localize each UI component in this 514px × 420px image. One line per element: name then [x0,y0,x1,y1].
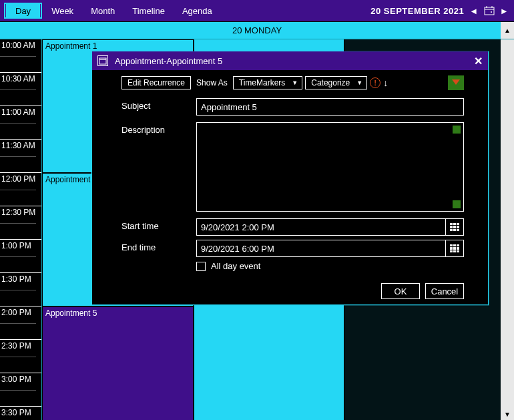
calendar-icon[interactable] [484,5,495,16]
subject-input[interactable] [196,98,464,116]
time-label: 11:30 AM [1,141,35,150]
date-navigator: 20 SEPTEMBER 2021 ◄ ► [370,5,509,16]
grid-icon [450,244,459,252]
day-header-row: 20 MONDAY ▲ [0,21,514,39]
grid-icon [450,223,459,231]
dialog-footer: OK Cancel [381,283,464,299]
dialog-titlebar[interactable]: Appointment-Appointment 5 ✕ [92,51,488,70]
time-column: 10:00 AM 10:30 AM 11:00 AM 11:30 AM 12:0… [0,39,42,420]
ok-button[interactable]: OK [381,283,420,299]
scroll-down-button[interactable]: ▼ [501,408,514,420]
start-time-picker-button[interactable] [445,218,464,236]
dialog-toolbar: Edit Recurrence Show As TimeMarkers ▼ Ca… [92,70,488,94]
all-day-label: All day event [211,261,260,271]
time-label: 3:00 PM [1,375,31,384]
time-label: 3:30 PM [1,408,31,417]
time-label: 10:30 AM [1,74,35,83]
svg-point-4 [491,11,492,13]
time-markers-label: TimeMarkers [239,78,286,87]
end-time-input[interactable] [196,240,445,257]
close-icon[interactable]: ✕ [474,55,483,67]
start-time-label: Start time [121,218,196,231]
importance-icon[interactable]: ! [370,77,380,88]
next-arrow-icon[interactable]: ► [500,6,509,16]
view-tab-agenda[interactable]: Agenda [174,4,220,18]
scroll-up-button[interactable]: ▲ [501,22,514,39]
view-tab-day-wrap: Day [4,3,42,19]
view-tab-month[interactable]: Month [83,4,123,18]
end-time-label: End time [121,240,196,252]
day-header-label: 20 MONDAY [232,25,282,35]
time-label: 12:30 PM [1,208,35,217]
time-label: 2:30 PM [1,341,31,351]
time-markers-dropdown[interactable]: TimeMarkers ▼ [233,76,302,89]
description-label: Description [121,122,196,135]
end-time-picker-button[interactable] [445,240,464,257]
edit-recurrence-button[interactable]: Edit Recurrence [121,76,191,89]
view-tab-week[interactable]: Week [43,4,81,18]
current-date-label: 20 SEPTEMBER 2021 [370,6,464,16]
subject-label: Subject [121,98,196,111]
description-input[interactable] [196,122,464,212]
all-day-checkbox[interactable] [196,262,206,271]
categorize-dropdown[interactable]: Categorize ▼ [305,76,367,89]
low-importance-icon[interactable]: ↓ [383,77,388,88]
appointment-block-selected[interactable]: Appointment 5 [42,306,194,420]
cancel-button[interactable]: Cancel [425,283,464,299]
start-time-input[interactable] [196,218,445,236]
prev-arrow-icon[interactable]: ◄ [469,6,478,16]
resize-handle-icon[interactable] [453,200,461,208]
svg-rect-5 [99,58,106,64]
main-toolbar: Day Week Month Timeline Agenda 20 SEPTEM… [0,0,514,21]
dialog-body: Subject Description Start time [92,94,488,276]
resize-handle-icon[interactable] [453,126,461,134]
scrollbar[interactable]: ▼ [501,39,514,420]
show-as-label: Show As [194,78,230,87]
dialog-title: Appointment-Appointment 5 [115,56,467,66]
calendar-icon [97,55,108,66]
view-tabs: Day Week Month Timeline Agenda [4,3,220,19]
triangle-down-icon [452,79,460,85]
time-label: 2:00 PM [1,308,31,317]
time-label: 10:00 AM [1,41,35,50]
time-label: 1:30 PM [1,274,31,284]
green-dropdown-button[interactable] [448,75,464,90]
time-label: 12:00 PM [1,174,35,184]
time-label: 1:00 PM [1,241,31,250]
chevron-down-icon: ▼ [356,79,362,86]
view-tab-day[interactable]: Day [6,4,40,18]
categorize-label: Categorize [311,78,350,87]
time-label: 11:00 AM [1,108,35,117]
view-tab-timeline[interactable]: Timeline [124,4,173,18]
chevron-down-icon: ▼ [292,79,298,86]
svg-rect-0 [485,7,494,15]
appointment-dialog: Appointment-Appointment 5 ✕ Edit Recurre… [91,51,489,305]
